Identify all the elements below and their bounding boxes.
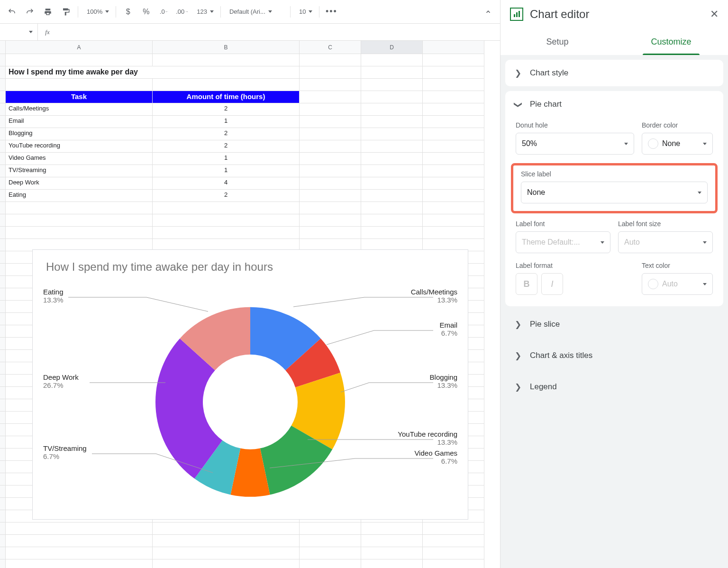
table-cell-task[interactable]: Blogging (6, 128, 153, 140)
chart-object[interactable]: How I spend my time awake per day in hou… (32, 249, 468, 520)
caret-down-icon (601, 241, 604, 244)
redo-button[interactable] (22, 4, 38, 20)
slice-label-select[interactable]: None (521, 182, 708, 203)
table-header-task[interactable]: Task (6, 91, 153, 103)
column-header[interactable]: B (153, 41, 300, 54)
table-cell-task[interactable]: Email (6, 116, 153, 128)
chevron-down-icon: ❯ (513, 101, 523, 108)
column-header[interactable] (423, 41, 484, 54)
table-cell-value[interactable]: 1 (153, 116, 300, 128)
caret-down-icon (703, 283, 707, 285)
table-cell-task[interactable]: Deep Work (6, 177, 153, 190)
tab-customize[interactable]: Customize (614, 28, 728, 55)
slice-label-eating: Eating13.3% (43, 288, 64, 304)
caret-down-icon (105, 10, 109, 13)
font-dropdown[interactable]: Default (Ari... (225, 4, 286, 20)
font-value: Default (Ari... (229, 8, 265, 15)
tab-setup[interactable]: Setup (500, 28, 614, 55)
formula-input[interactable] (57, 24, 500, 40)
table-cell-value[interactable]: 4 (153, 177, 300, 190)
chevron-right-icon: ❯ (515, 382, 521, 392)
undo-button[interactable] (4, 4, 20, 20)
decrease-decimal-button[interactable]: .0← (156, 4, 172, 20)
donut-chart (146, 298, 355, 506)
column-header[interactable]: A (6, 41, 153, 54)
fx-icon: fx (38, 28, 57, 36)
table-cell-task[interactable]: YouTube recording (6, 140, 153, 153)
section-header-chart-style[interactable]: ❯ Chart style (505, 60, 723, 86)
slice-label-email: Email6.7% (439, 321, 457, 337)
table-cell-value[interactable]: 2 (153, 128, 300, 140)
close-button[interactable]: ✕ (710, 8, 719, 20)
slice-label-videogames: Video Games6.7% (414, 449, 457, 465)
caret-down-icon (624, 143, 628, 145)
svg-rect-18 (519, 11, 520, 17)
chart-title: How I spend my time awake per day in hou… (33, 250, 468, 278)
name-box[interactable] (0, 24, 38, 40)
slice-label-youtube: YouTube recording13.3% (398, 430, 457, 446)
column-header[interactable]: D (361, 41, 423, 54)
section-header-chart-axis-titles[interactable]: ❯ Chart & axis titles (505, 342, 723, 369)
italic-button[interactable]: I (541, 273, 563, 295)
paint-format-button[interactable] (58, 4, 74, 20)
zoom-dropdown[interactable]: 100% (82, 4, 112, 20)
caret-down-icon (210, 10, 214, 13)
section-chart-axis-titles: ❯ Chart & axis titles (505, 342, 723, 369)
section-pie-slice: ❯ Pie slice (505, 311, 723, 338)
spreadsheet-grid[interactable]: A B C D How I spend my time awake per da… (0, 41, 500, 568)
section-header-legend[interactable]: ❯ Legend (505, 374, 723, 400)
label-format-label: Label format (516, 262, 634, 269)
label-font-select[interactable]: Theme Default:... (516, 231, 610, 253)
column-header[interactable]: C (300, 41, 361, 54)
section-chart-style: ❯ Chart style (505, 60, 723, 86)
border-color-select[interactable]: None (642, 133, 713, 155)
text-color-label: Text color (642, 262, 713, 269)
svg-rect-17 (516, 12, 518, 17)
section-label: Pie chart (530, 100, 562, 109)
section-label: Pie slice (530, 320, 560, 329)
percent-button[interactable]: % (138, 4, 154, 20)
text-color-select[interactable]: Auto (642, 273, 713, 295)
toolbar: 100% $ % .0← .00→ 123 Default (Ari... 10… (0, 0, 500, 24)
section-label: Legend (530, 382, 557, 392)
section-header-pie-slice[interactable]: ❯ Pie slice (505, 311, 723, 338)
border-color-label: Border color (642, 121, 713, 129)
color-swatch-auto (648, 279, 658, 289)
table-cell-value[interactable]: 2 (153, 140, 300, 153)
table-header-amount[interactable]: Amount of time (hours) (153, 91, 300, 103)
label-font-label: Label font (516, 220, 610, 228)
font-size-dropdown[interactable]: 10 (294, 4, 315, 20)
collapse-toolbar-button[interactable] (480, 4, 496, 20)
format-123-label: 123 (197, 8, 207, 15)
currency-button[interactable]: $ (120, 4, 136, 20)
more-tools-button[interactable]: ••• (323, 4, 339, 20)
label-font-size-label: Label font size (618, 220, 713, 228)
number-format-dropdown[interactable]: 123 (192, 4, 217, 20)
label-font-size-select[interactable]: Auto (618, 231, 713, 253)
table-cell-value[interactable]: 1 (153, 153, 300, 165)
bold-button[interactable]: B (516, 273, 537, 295)
sidebar-title: Chart editor (530, 8, 589, 21)
formula-bar: fx (0, 24, 500, 41)
caret-down-icon (268, 10, 272, 13)
caret-down-icon (698, 192, 701, 194)
increase-decimal-button[interactable]: .00→ (174, 4, 190, 20)
table-cell-value[interactable]: 1 (153, 165, 300, 177)
donut-hole-select[interactable]: 50% (516, 133, 634, 155)
table-cell-task[interactable]: Video Games (6, 153, 153, 165)
section-pie-chart: ❯ Pie chart Donut hole 50% Border color … (505, 91, 723, 306)
table-cell-task[interactable]: Calls/Meetings (6, 103, 153, 116)
slice-label-tv: TV/Streaming6.7% (43, 444, 87, 460)
table-cell-task[interactable]: TV/Streaming (6, 165, 153, 177)
section-header-pie-chart[interactable]: ❯ Pie chart (505, 91, 723, 118)
print-button[interactable] (40, 4, 56, 20)
slice-label-label: Slice label (518, 170, 710, 178)
table-cell-task[interactable]: Eating (6, 190, 153, 202)
caret-down-icon (703, 241, 707, 244)
chart-editor-sidebar: Chart editor ✕ Setup Customize ❯ Chart s… (500, 0, 728, 568)
sheet-title-cell[interactable]: How I spend my time awake per day (6, 66, 300, 79)
table-cell-value[interactable]: 2 (153, 103, 300, 116)
caret-down-icon (29, 31, 33, 33)
chevron-right-icon: ❯ (515, 320, 521, 330)
table-cell-value[interactable]: 2 (153, 190, 300, 202)
